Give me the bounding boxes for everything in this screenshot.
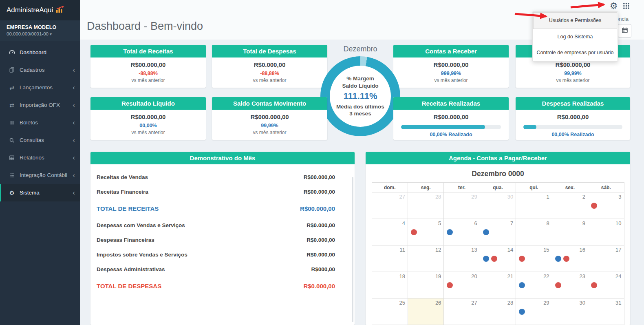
event-dot-red[interactable] xyxy=(591,282,597,288)
event-dot-red[interactable] xyxy=(591,203,597,209)
sidebar-item-lancamentos[interactable]: ⇄ Lançamentos ‹ xyxy=(0,79,80,96)
calendar-day-cell[interactable]: 20 xyxy=(444,272,480,298)
event-dots xyxy=(447,229,453,235)
calendar-day-number: 29 xyxy=(543,300,549,306)
event-dots xyxy=(555,282,561,288)
sidebar-item-label: Consultas xyxy=(20,137,44,143)
calendar-day-cell[interactable]: 29 xyxy=(516,298,552,325)
calendar-day-cell[interactable]: 29 xyxy=(444,192,480,219)
panel-scrollbar[interactable] xyxy=(352,177,353,322)
gauge-icon xyxy=(7,49,17,55)
chevron-left-icon: ‹ xyxy=(73,102,75,108)
calendar-day-cell[interactable]: 5 xyxy=(408,219,443,245)
event-dot-blue[interactable] xyxy=(447,229,453,235)
kpi-percent: 999,99% xyxy=(393,71,509,76)
calendar-day-cell[interactable]: 23 xyxy=(552,272,588,298)
calendar-day-cell[interactable]: 27 xyxy=(372,192,408,219)
event-dot-red[interactable] xyxy=(563,256,569,262)
sidebar-item-integracao-contabil[interactable]: Integração Contábil ‹ xyxy=(0,166,80,184)
calendar-day-cell[interactable]: 27 xyxy=(444,298,480,325)
event-dot-blue[interactable] xyxy=(519,309,525,315)
event-dot-red[interactable] xyxy=(491,256,497,262)
menu-item-log-do-sistema[interactable]: Log do Sistema xyxy=(533,29,617,45)
calendar-day-cell[interactable]: 22 xyxy=(516,272,552,298)
calendar-day-cell[interactable]: 26 xyxy=(408,298,443,325)
calendar-day-cell[interactable]: 28 xyxy=(480,298,516,325)
sidebar-item-consultas[interactable]: Consultas ‹ xyxy=(0,131,80,149)
calendar-day-cell[interactable]: 11 xyxy=(372,245,408,272)
kpi-note: vs mês anterior xyxy=(90,130,206,135)
apps-grid-icon[interactable] xyxy=(621,0,632,11)
calendar-day-cell[interactable]: 18 xyxy=(372,272,408,298)
menu-item-usuarios-permissoes[interactable]: Usuários e Permissões xyxy=(533,12,617,29)
calendar-day-cell[interactable]: 9 xyxy=(552,219,588,245)
calendar-day-cell[interactable]: 24 xyxy=(588,272,624,298)
calendar-day-cell[interactable]: 31 xyxy=(588,298,624,325)
event-dot-red[interactable] xyxy=(519,256,525,262)
calendar-day-number: 10 xyxy=(615,220,621,226)
calendar-day-number: 17 xyxy=(615,247,621,253)
event-dot-blue[interactable] xyxy=(519,282,525,288)
calendar-day-cell[interactable]: 10 xyxy=(588,219,624,245)
statement-row: Despesas Administrativas R$000,00 xyxy=(97,262,335,276)
sidebar-item-label: Relatórios xyxy=(20,155,44,161)
calendar-day-cell[interactable]: 13 xyxy=(444,245,480,272)
calendar-day-cell[interactable]: 2 xyxy=(552,192,588,219)
calendar-day-cell[interactable]: 7 xyxy=(480,219,516,245)
sidebar-item-sistema[interactable]: ⚙ Sistema ‹ xyxy=(0,184,80,201)
event-dot-blue[interactable] xyxy=(483,229,489,235)
row-value: R$0.000,00 xyxy=(307,237,335,243)
calendar-dow-header: seg. xyxy=(408,183,443,192)
event-dots xyxy=(519,282,525,288)
row-value: R$00.000,00 xyxy=(304,189,335,195)
date-range-button[interactable] xyxy=(618,24,631,38)
exchange-icon: ⇄ xyxy=(7,102,17,108)
sidebar-item-relatorios[interactable]: Relatórios ‹ xyxy=(0,149,80,166)
sidebar-item-boletos[interactable]: Boletos ‹ xyxy=(0,114,80,131)
calendar-day-cell[interactable]: 16 xyxy=(552,245,588,272)
menu-item-controle-empresas[interactable]: Controle de empresas por usuário xyxy=(533,45,617,61)
calendar-day-cell[interactable]: 4 xyxy=(372,219,408,245)
sidebar-item-dashboard[interactable]: Dashboard xyxy=(0,44,80,61)
statement-row: Impostos sobre Vendas e Serviços R$0.000… xyxy=(97,247,335,262)
calendar-day-cell[interactable]: 8 xyxy=(516,219,552,245)
company-selector[interactable]: 00.000.000/0001-00▾ xyxy=(7,31,74,36)
calendar-day-cell[interactable]: 12 xyxy=(408,245,443,272)
calendar-day-cell[interactable]: 21 xyxy=(480,272,516,298)
kpi-note: vs mês anterior xyxy=(212,77,327,83)
agenda-calendar: dom.seg.ter.qua.qui.sex.sáb.272829301234… xyxy=(372,182,624,325)
event-dot-blue[interactable] xyxy=(555,256,561,262)
event-dot-blue[interactable] xyxy=(483,256,489,262)
calendar-day-cell[interactable]: 3 xyxy=(588,192,624,219)
calendar-day-cell[interactable]: 6 xyxy=(444,219,480,245)
calendar-day-cell[interactable]: 19 xyxy=(408,272,443,298)
event-dot-red[interactable] xyxy=(447,282,453,288)
calendar-day-cell[interactable]: 28 xyxy=(408,192,443,219)
documents-icon xyxy=(7,67,17,73)
ledger-icon xyxy=(7,172,17,178)
kpi-note: vs mês anterior xyxy=(90,77,206,83)
donut-sub-line2: 3 meses xyxy=(349,110,371,117)
calendar-day-number: 31 xyxy=(615,300,621,306)
kpi-value: R$0.000,00 xyxy=(516,113,630,120)
sidebar: AdministreAqui EMPRESA MODELO 00.000.000… xyxy=(0,0,80,325)
search-icon xyxy=(7,137,17,143)
event-dot-red[interactable] xyxy=(555,282,561,288)
calendar-day-number: 27 xyxy=(399,194,405,200)
chevron-left-icon: ‹ xyxy=(73,66,75,73)
calendar-day-cell[interactable]: 1 xyxy=(516,192,552,219)
calendar-day-cell[interactable]: 30 xyxy=(480,192,516,219)
event-dots xyxy=(519,309,525,315)
row-label: TOTAL DE RECEITAS xyxy=(97,205,159,212)
sidebar-item-importacao-ofx[interactable]: ⇄ Importação OFX ‹ xyxy=(0,96,80,114)
row-label: Impostos sobre Vendas e Serviços xyxy=(97,252,187,258)
calendar-day-cell[interactable]: 25 xyxy=(372,298,408,325)
calendar-day-cell[interactable]: 30 xyxy=(552,298,588,325)
calendar-day-cell[interactable]: 17 xyxy=(588,245,624,272)
kpi-value: R$00.000,00 xyxy=(516,61,630,68)
event-dot-red[interactable] xyxy=(411,229,417,235)
calendar-day-cell[interactable]: 15 xyxy=(516,245,552,272)
sidebar-item-cadastros[interactable]: Cadastros ‹ xyxy=(0,61,80,79)
settings-gear-icon[interactable]: ⚙ xyxy=(608,0,619,11)
calendar-day-cell[interactable]: 14 xyxy=(480,245,516,272)
